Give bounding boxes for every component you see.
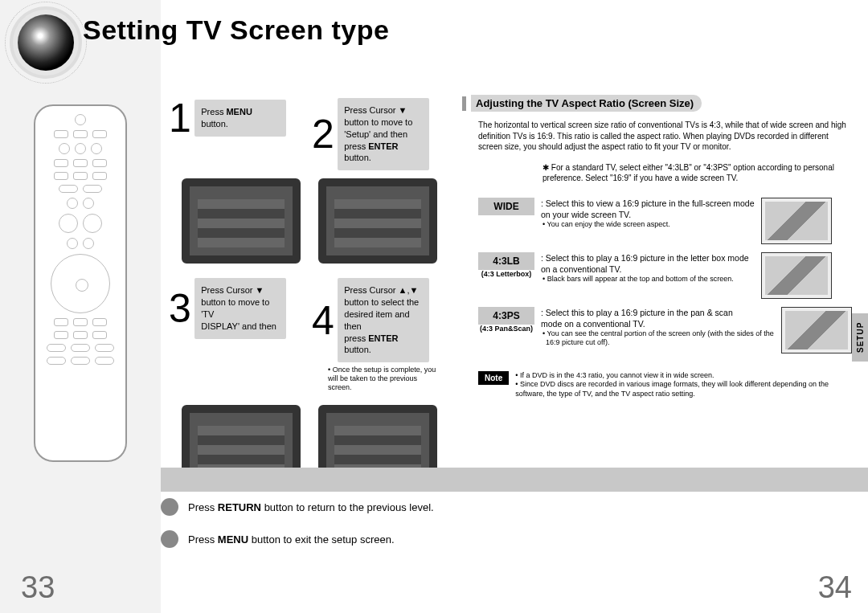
option-wide-label: WIDE bbox=[478, 198, 534, 215]
step-3-text: Press Cursor ▼ button to move to 'TV DIS… bbox=[194, 278, 286, 338]
step-3-number: 3 bbox=[169, 288, 191, 329]
right-section: Adjusting the TV Aspect Ratio (Screen Si… bbox=[462, 95, 852, 399]
bullet-icon bbox=[161, 530, 178, 548]
option-43ps-sublabel: (4:3 Pan&Scan) bbox=[478, 325, 534, 333]
step-4-footnote: • Once the setup is complete, you will b… bbox=[321, 362, 442, 396]
step-2-text: Press Cursor ▼ button to move to 'Setup'… bbox=[338, 98, 429, 170]
text: Press bbox=[201, 107, 226, 116]
decorative-band bbox=[161, 468, 868, 492]
text: 'Setup' and then bbox=[344, 129, 407, 139]
text: press bbox=[344, 333, 368, 343]
option-43lb-text: : Select this to play a 16:9 picture in … bbox=[541, 252, 755, 275]
option-wide-text: : Select this to view a 16:9 picture in … bbox=[541, 198, 755, 220]
text: Press Cursor ▼ bbox=[201, 285, 264, 295]
text: Press Cursor ▼ bbox=[344, 105, 407, 115]
section-bar-icon bbox=[462, 96, 466, 111]
text: button to return to the previous level. bbox=[261, 501, 434, 513]
return-instruction: Press RETURN button to return to the pre… bbox=[188, 501, 434, 513]
intro-paragraph: The horizontal to vertical screen size r… bbox=[462, 120, 852, 153]
remote-control-illustration bbox=[34, 104, 127, 462]
menu-exit-instruction: Press MENU button to exit the setup scre… bbox=[188, 533, 395, 546]
option-wide-bullet: • You can enjoy the wide screen aspect. bbox=[541, 220, 755, 229]
tv-illustration-panscan bbox=[781, 307, 852, 353]
bullet-icon bbox=[161, 498, 178, 516]
option-43ps-bullet: • You can see the central portion of the… bbox=[541, 329, 775, 348]
option-43ps-label: 4:3PS bbox=[478, 307, 534, 325]
speaker-graphic bbox=[18, 14, 74, 71]
text: button. bbox=[201, 119, 228, 129]
text: button to move to bbox=[344, 117, 412, 127]
tv-illustration-letterbox bbox=[761, 252, 832, 299]
option-43lb: 4:3LB (4:3 Letterbox) : Select this to p… bbox=[478, 252, 852, 299]
option-43ps-text: : Select this to play a 16:9 picture in … bbox=[541, 307, 755, 329]
text-bold: ENTER bbox=[368, 141, 398, 151]
menu-screenshot-2 bbox=[318, 178, 437, 264]
text: button. bbox=[344, 153, 371, 162]
step-4-text: Press Cursor ▲,▼ button to select the de… bbox=[338, 278, 429, 362]
note-block: Note • If a DVD is in the 4:3 ratio, you… bbox=[478, 371, 852, 399]
step-4-number: 4 bbox=[312, 300, 334, 341]
section-heading: Adjusting the TV Aspect Ratio (Screen Si… bbox=[471, 95, 702, 112]
step-1-number: 1 bbox=[169, 98, 191, 138]
page-title: Setting TV Screen type bbox=[83, 14, 389, 46]
text: desired item and then bbox=[344, 309, 409, 331]
step-2-number: 2 bbox=[312, 114, 334, 154]
text: Press Cursor ▲,▼ bbox=[344, 285, 418, 295]
text: button to exit the setup screen. bbox=[248, 533, 394, 546]
text-bold: MENU bbox=[226, 107, 252, 116]
text: button. bbox=[344, 345, 371, 354]
text: button to move to 'TV bbox=[201, 297, 269, 319]
page-number-left: 33 bbox=[21, 570, 55, 605]
steps-area: 1 Press MENU button. 2 Press Cursor ▼ bu… bbox=[169, 98, 452, 490]
text-bold: MENU bbox=[218, 533, 248, 546]
text: press bbox=[344, 141, 368, 151]
menu-screenshot-1 bbox=[182, 178, 301, 264]
option-wide: WIDE : Select this to view a 16:9 pictur… bbox=[478, 198, 852, 244]
note-text: • If a DVD is in the 4:3 ratio, you cann… bbox=[515, 371, 837, 399]
text: Press bbox=[188, 501, 218, 513]
option-43ps: 4:3PS (4:3 Pan&Scan) : Select this to pl… bbox=[478, 307, 852, 353]
text-bold: RETURN bbox=[218, 501, 261, 513]
tv-illustration-wide bbox=[761, 198, 832, 244]
option-43lb-bullet: • Black bars will appear at the top and … bbox=[541, 275, 755, 284]
option-43lb-sublabel: (4:3 Letterbox) bbox=[478, 270, 534, 278]
star-note: ✱ For a standard TV, select either "4:3L… bbox=[462, 153, 852, 190]
text: button to select the bbox=[344, 297, 419, 307]
step-1-text: Press MENU button. bbox=[194, 100, 286, 137]
option-43lb-label: 4:3LB bbox=[478, 252, 534, 270]
text: DISPLAY' and then bbox=[201, 321, 276, 331]
note-badge: Note bbox=[478, 371, 509, 385]
page-number-right: 34 bbox=[818, 570, 852, 605]
bottom-instructions: Press RETURN button to return to the pre… bbox=[161, 498, 434, 562]
text: Press bbox=[188, 533, 218, 546]
section-tab: SETUP bbox=[852, 313, 868, 362]
text-bold: ENTER bbox=[368, 333, 398, 343]
